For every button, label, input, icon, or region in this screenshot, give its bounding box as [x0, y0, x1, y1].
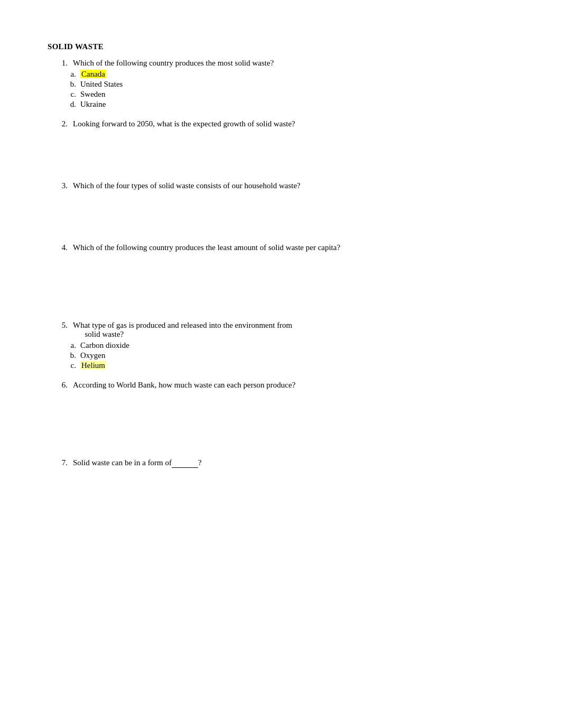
spacer-6	[48, 390, 513, 448]
question-number-6: 6.	[48, 381, 73, 390]
question-number-3: 3.	[48, 181, 73, 190]
spacer-2	[48, 128, 513, 171]
question-text-4: Which of the following country produces …	[73, 243, 513, 252]
question-item-6: 6. According to World Bank, how much was…	[48, 381, 513, 448]
answer-letter-5a: a.	[63, 341, 80, 350]
question-text-6: According to World Bank, how much waste …	[73, 381, 513, 390]
answer-letter-1b: b.	[63, 80, 80, 89]
question-list: 1. Which of the following country produc…	[48, 59, 513, 468]
spacer-3	[48, 190, 513, 233]
question-item-1: 1. Which of the following country produc…	[48, 59, 513, 109]
answer-5c: c. Helium	[63, 361, 513, 370]
page-title: SOLID WASTE	[48, 42, 513, 51]
question-item-4: 4. Which of the following country produc…	[48, 243, 513, 310]
answer-1c: c. Sweden	[63, 90, 513, 99]
answer-letter-5c: c.	[63, 361, 80, 370]
question-number-2: 2.	[48, 119, 73, 128]
answer-5a: a. Carbon dioxide	[63, 341, 513, 350]
question-text-3: Which of the four types of solid waste c…	[73, 181, 513, 190]
answer-5b: b. Oxygen	[63, 351, 513, 360]
answer-text-1a: Canada	[80, 70, 106, 79]
question-item-3: 3. Which of the four types of solid wast…	[48, 181, 513, 233]
answer-list-5: a. Carbon dioxide b. Oxygen c. Helium	[63, 341, 513, 370]
answer-text-1c: Sweden	[80, 90, 106, 99]
question-item-5: 5. What type of gas is produced and rele…	[48, 321, 513, 370]
question-number-7: 7.	[48, 458, 73, 468]
question-number-4: 4.	[48, 243, 73, 252]
question-number-5: 5.	[48, 321, 73, 330]
answer-list-1: a. Canada b. United States c. Sweden d. …	[63, 70, 513, 109]
answer-1d: d. Ukraine	[63, 100, 513, 109]
answer-text-1b: United States	[80, 80, 123, 89]
answer-letter-5b: b.	[63, 351, 80, 360]
blank-7	[172, 458, 198, 468]
answer-text-5b: Oxygen	[80, 351, 106, 360]
answer-1a: a. Canada	[63, 70, 513, 79]
question-text-1: Which of the following country produces …	[73, 59, 513, 68]
question-item-2: 2. Looking forward to 2050, what is the …	[48, 119, 513, 171]
spacer-4	[48, 252, 513, 310]
answer-text-1d: Ukraine	[80, 100, 106, 109]
answer-letter-1d: d.	[63, 100, 80, 109]
answer-text-5a: Carbon dioxide	[80, 341, 129, 350]
question-item-7: 7. Solid waste can be in a form of ?	[48, 458, 513, 468]
question-number-1: 1.	[48, 59, 73, 68]
answer-text-5c: Helium	[80, 361, 106, 370]
question-text-7: Solid waste can be in a form of ?	[73, 458, 513, 468]
question-text-5: What type of gas is produced and release…	[73, 321, 513, 339]
answer-letter-1a: a.	[63, 70, 80, 79]
question-text-2: Looking forward to 2050, what is the exp…	[73, 119, 513, 128]
answer-letter-1c: c.	[63, 90, 80, 99]
answer-1b: b. United States	[63, 80, 513, 89]
